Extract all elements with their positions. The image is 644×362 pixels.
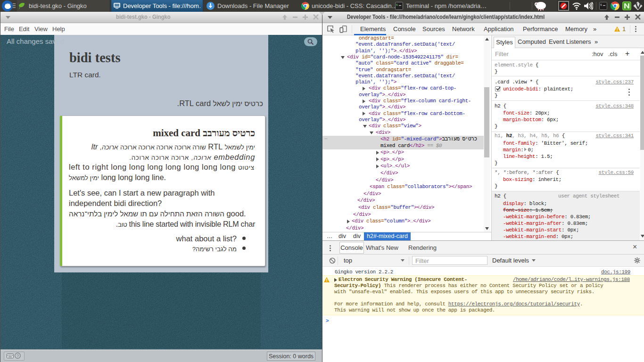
svg-text:?: ? — [17, 354, 19, 358]
svg-text:$: $ — [600, 3, 602, 6]
svg-text:$: $ — [396, 3, 398, 6]
